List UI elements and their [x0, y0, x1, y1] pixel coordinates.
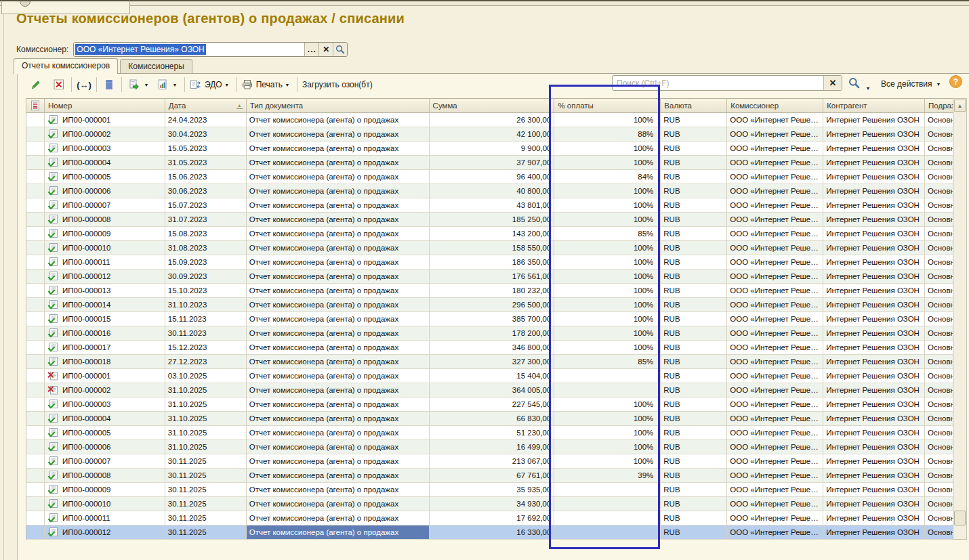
cell-number[interactable]: ИП00-000010 [45, 497, 165, 511]
table-row[interactable]: ИП00-000015 15.11.2023 Отчет комиссионер… [26, 312, 953, 326]
cell-commissioner[interactable]: ООО «Интернет Решения» ОЗОН [727, 397, 823, 412]
cell-amount[interactable]: 186 350,00 [430, 255, 555, 270]
cell-counterparty[interactable]: Интернет Решения ОЗОН [823, 312, 925, 326]
cell-date[interactable]: 30.11.2025 [165, 454, 247, 469]
post-document-button[interactable] [127, 77, 142, 93]
cell-date[interactable]: 30.11.2025 [165, 525, 247, 540]
set-interval-button[interactable]: (↔) [77, 77, 91, 93]
table-row[interactable]: ИП00-000011 15.09.2023 Отчет комиссионер… [26, 255, 953, 270]
cell-department[interactable]: Основн [925, 397, 953, 412]
cell-date[interactable]: 31.10.2025 [165, 397, 247, 412]
cell-mark[interactable] [26, 142, 45, 156]
commissioner-clear-button[interactable]: ✕ [318, 43, 333, 56]
cell-counterparty[interactable]: Интернет Решения ОЗОН [823, 213, 925, 227]
cell-currency[interactable]: RUB [661, 369, 727, 383]
cell-commissioner[interactable]: ООО «Интернет Решения» ОЗОН [727, 298, 823, 312]
cell-amount[interactable]: 346 800,00 [430, 341, 555, 355]
cell-counterparty[interactable]: Интернет Решения ОЗОН [823, 341, 925, 355]
table-row[interactable]: ИП00-000016 30.11.2023 Отчет комиссионер… [26, 326, 953, 341]
cell-currency[interactable]: RUB [661, 198, 727, 213]
cell-doc-type[interactable]: Отчет комиссионера (агента) о продажах [247, 355, 430, 369]
cell-number[interactable]: ИП00-000005 [45, 426, 165, 440]
table-row[interactable]: ИП00-000006 30.06.2023 Отчет комиссионер… [26, 184, 953, 198]
cell-doc-type[interactable]: Отчет комиссионера (агента) о продажах [247, 525, 430, 540]
cell-department[interactable]: Основн [925, 227, 953, 241]
cell-number[interactable]: ИП00-000012 [45, 270, 165, 284]
cell-commissioner[interactable]: ООО «Интернет Решения» ОЗОН [727, 383, 823, 397]
cell-doc-type[interactable]: Отчет комиссионера (агента) о продажах [247, 369, 430, 383]
cell-counterparty[interactable]: Интернет Решения ОЗОН [823, 113, 925, 127]
cell-department[interactable]: Основн [925, 270, 953, 284]
cell-department[interactable]: Основн [925, 127, 953, 142]
cell-amount[interactable]: 296 500,00 [430, 298, 555, 312]
cell-commissioner[interactable]: ООО «Интернет Решения» ОЗОН [727, 142, 823, 156]
edo-button[interactable]: ЭДО [190, 77, 222, 93]
cell-payment-percent[interactable]: 100% [554, 312, 661, 326]
cell-payment-percent[interactable]: 100% [554, 241, 661, 255]
cell-number[interactable]: ИП00-000013 [45, 284, 165, 298]
cell-doc-type[interactable]: Отчет комиссионера (агента) о продажах [247, 440, 430, 454]
cell-number[interactable]: ИП00-000006 [45, 184, 165, 198]
cell-payment-percent[interactable]: 100% [554, 184, 661, 198]
chevron-down-icon[interactable]: ▼ [283, 77, 292, 93]
cell-payment-percent[interactable]: 100% [554, 454, 661, 469]
cell-amount[interactable]: 40 800,00 [430, 184, 555, 198]
cell-commissioner[interactable]: ООО «Интернет Решения» ОЗОН [727, 156, 823, 170]
cell-date[interactable]: 15.12.2023 [165, 341, 247, 355]
cell-commissioner[interactable]: ООО «Интернет Решения» ОЗОН [727, 270, 823, 284]
cell-mark[interactable] [26, 113, 45, 127]
table-row[interactable]: ИП00-000007 15.07.2023 Отчет комиссионер… [26, 198, 953, 213]
cell-number[interactable]: ИП00-000015 [45, 312, 165, 326]
cell-date[interactable]: 15.09.2023 [165, 255, 247, 270]
cell-counterparty[interactable]: Интернет Решения ОЗОН [823, 255, 925, 270]
cell-doc-type[interactable]: Отчет комиссионера (агента) о продажах [247, 284, 430, 298]
cell-payment-percent[interactable] [554, 525, 661, 540]
chevron-down-icon[interactable]: ▼ [863, 80, 873, 96]
cell-payment-percent[interactable] [554, 369, 661, 383]
cell-currency[interactable]: RUB [661, 426, 727, 440]
cell-amount[interactable]: 34 930,00 [430, 497, 555, 511]
cell-currency[interactable]: RUB [661, 341, 727, 355]
cell-doc-type[interactable]: Отчет комиссионера (агента) о продажах [247, 113, 430, 127]
cell-payment-percent[interactable]: 100% [554, 298, 661, 312]
cell-date[interactable]: 15.10.2023 [165, 284, 247, 298]
cell-department[interactable]: Основн [925, 483, 953, 497]
cell-payment-percent[interactable]: 100% [554, 142, 661, 156]
cell-currency[interactable]: RUB [661, 113, 727, 127]
column-header[interactable]: Контрагент [823, 98, 925, 113]
column-header[interactable]: Номер [45, 98, 165, 113]
table-row[interactable]: ИП00-000008 30.11.2025 Отчет комиссионер… [26, 469, 953, 483]
cell-commissioner[interactable]: ООО «Интернет Решения» ОЗОН [727, 227, 823, 241]
cell-commissioner[interactable]: ООО «Интернет Решения» ОЗОН [727, 170, 823, 184]
cell-date[interactable]: 15.07.2023 [165, 198, 247, 213]
cell-counterparty[interactable]: Интернет Решения ОЗОН [823, 284, 925, 298]
column-header[interactable]: % оплаты [554, 98, 661, 113]
table-row[interactable]: ИП00-000003 31.10.2025 Отчет комиссионер… [26, 397, 953, 412]
cell-currency[interactable]: RUB [661, 184, 727, 198]
cell-payment-percent[interactable]: 100% [554, 198, 661, 213]
table-row[interactable]: ИП00-000017 15.12.2023 Отчет комиссионер… [26, 341, 953, 355]
cell-commissioner[interactable]: ООО «Интернет Решения» ОЗОН [727, 412, 823, 426]
cell-counterparty[interactable]: Интернет Решения ОЗОН [823, 156, 925, 170]
cell-commissioner[interactable]: ООО «Интернет Решения» ОЗОН [727, 241, 823, 255]
edit-button[interactable] [28, 77, 43, 93]
cell-department[interactable]: Основн [925, 156, 953, 170]
table-row[interactable]: ИП00-000009 30.11.2025 Отчет комиссионер… [26, 483, 953, 497]
cell-payment-percent[interactable]: 100% [554, 397, 661, 412]
cell-currency[interactable]: RUB [661, 298, 727, 312]
cell-doc-type[interactable]: Отчет комиссионера (агента) о продажах [247, 227, 430, 241]
cell-currency[interactable]: RUB [661, 142, 727, 156]
cell-commissioner[interactable]: ООО «Интернет Решения» ОЗОН [727, 426, 823, 440]
cell-payment-percent[interactable]: 88% [554, 127, 661, 142]
cell-doc-type[interactable]: Отчет комиссионера (агента) о продажах [247, 213, 430, 227]
cell-currency[interactable]: RUB [661, 127, 727, 142]
cell-department[interactable]: Основн [925, 469, 953, 483]
cell-doc-type[interactable]: Отчет комиссионера (агента) о продажах [247, 241, 430, 255]
table-row[interactable]: ИП00-000014 31.10.2023 Отчет комиссионер… [26, 298, 953, 312]
cell-department[interactable]: Основн [925, 312, 953, 326]
cell-number[interactable]: ИП00-000006 [45, 440, 165, 454]
table-row[interactable]: ИП00-000010 31.08.2023 Отчет комиссионер… [26, 241, 953, 255]
cell-date[interactable]: 15.11.2023 [165, 312, 247, 326]
cell-doc-type[interactable]: Отчет комиссионера (агента) о продажах [247, 156, 430, 170]
cell-amount[interactable]: 9 900,00 [430, 142, 555, 156]
